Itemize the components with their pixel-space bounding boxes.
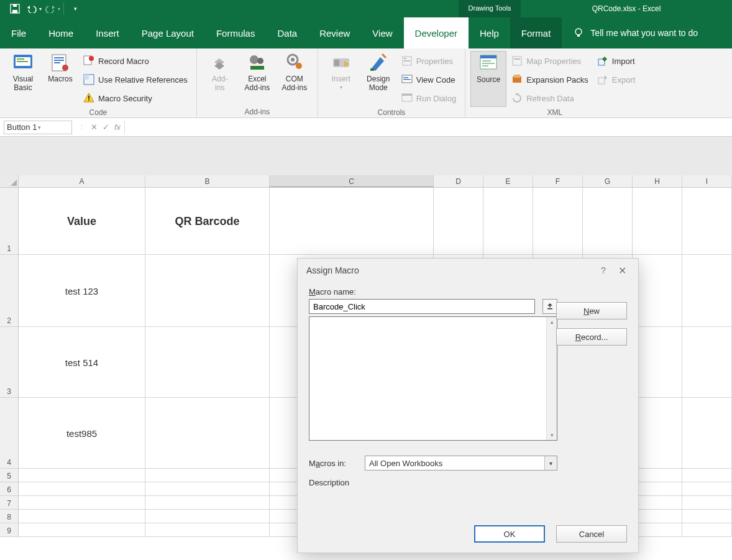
cell-B9[interactable] xyxy=(145,523,270,537)
collapse-dialog-icon[interactable] xyxy=(542,299,557,314)
tab-file[interactable]: File xyxy=(0,17,37,48)
cancel-edit-icon[interactable]: ✕ xyxy=(91,122,98,132)
macro-list[interactable]: ▴ ▾ xyxy=(309,316,557,441)
cell-H7[interactable] xyxy=(633,496,682,510)
tab-home[interactable]: Home xyxy=(37,17,85,48)
tab-format[interactable]: Format xyxy=(510,17,562,48)
column-header-H[interactable]: H xyxy=(633,175,682,187)
select-all-corner[interactable] xyxy=(0,175,19,187)
com-addins-button[interactable]: COM Add-ins xyxy=(277,51,313,106)
cell-A9[interactable] xyxy=(19,523,145,537)
confirm-edit-icon[interactable]: ✓ xyxy=(103,122,109,132)
row-header-1[interactable]: 1 xyxy=(0,188,18,255)
cell-I4[interactable] xyxy=(682,398,732,469)
run-dialog-button[interactable]: Run Dialog xyxy=(398,90,460,107)
expand-formula-bar-icon[interactable]: ⋮ xyxy=(76,123,87,131)
cell-H3[interactable] xyxy=(633,327,682,398)
cell-B4[interactable] xyxy=(145,398,270,469)
cell-H9[interactable] xyxy=(633,523,682,537)
ok-button[interactable]: OK xyxy=(474,525,545,543)
map-properties-button[interactable]: Map Properties xyxy=(508,52,592,70)
tab-data[interactable]: Data xyxy=(266,17,308,48)
name-box[interactable]: Button 1 ▾ xyxy=(4,121,72,134)
cell-D1[interactable] xyxy=(434,188,483,255)
properties-button[interactable]: Properties xyxy=(398,52,460,70)
excel-addins-button[interactable]: Excel Add-ins xyxy=(239,51,275,106)
dialog-titlebar[interactable]: Assign Macro ? ✕ xyxy=(298,259,638,282)
row-header-4[interactable]: 4 xyxy=(0,398,18,469)
tab-view[interactable]: View xyxy=(361,17,403,48)
row-header-3[interactable]: 3 xyxy=(0,327,18,398)
cell-B7[interactable] xyxy=(145,496,270,510)
insert-control-button[interactable]: Insert ▾ xyxy=(323,51,359,107)
cell-B8[interactable] xyxy=(145,510,270,523)
help-button[interactable]: ? xyxy=(595,265,612,275)
tab-review[interactable]: Review xyxy=(308,17,361,48)
record-macro-button[interactable]: Record Macro xyxy=(80,52,191,70)
cell-I9[interactable] xyxy=(682,523,732,537)
formula-input[interactable] xyxy=(124,121,728,134)
macros-in-select[interactable]: All Open Workbooks ▾ xyxy=(365,456,557,470)
undo-icon[interactable]: ▾ xyxy=(25,1,42,16)
new-macro-button[interactable]: New xyxy=(556,302,627,319)
expansion-packs-button[interactable]: Expansion Packs xyxy=(508,71,592,88)
cell-B2[interactable] xyxy=(145,255,270,327)
cell-B5[interactable] xyxy=(145,469,270,482)
scrollbar[interactable]: ▴ ▾ xyxy=(546,317,557,440)
cell-I1[interactable] xyxy=(682,188,732,255)
use-relative-references-button[interactable]: Use Relative References xyxy=(80,71,191,88)
addins-button[interactable]: Add- ins xyxy=(202,51,238,106)
cell-B1[interactable]: QR Barcode xyxy=(145,188,270,255)
cancel-button[interactable]: Cancel xyxy=(556,525,627,543)
fx-icon[interactable]: fx xyxy=(114,122,121,132)
tab-formulas[interactable]: Formulas xyxy=(205,17,267,48)
record-macro-button[interactable]: Record... xyxy=(556,328,627,346)
save-icon[interactable] xyxy=(6,1,24,16)
tell-me-search[interactable]: Tell me what you want to do xyxy=(562,17,709,48)
cell-G1[interactable] xyxy=(583,188,633,255)
cell-H5[interactable] xyxy=(633,469,682,482)
export-button[interactable]: Export xyxy=(593,71,639,88)
column-header-A[interactable]: A xyxy=(19,175,145,187)
cell-I5[interactable] xyxy=(682,469,732,482)
cell-H6[interactable] xyxy=(633,482,682,496)
tab-developer[interactable]: Developer xyxy=(404,17,469,48)
cell-A6[interactable] xyxy=(19,482,145,496)
redo-icon[interactable]: ▾ xyxy=(43,1,61,16)
row-header-5[interactable]: 5 xyxy=(0,469,18,482)
cell-I6[interactable] xyxy=(682,482,732,496)
row-header-7[interactable]: 7 xyxy=(0,496,18,510)
macro-security-button[interactable]: Macro Security xyxy=(80,90,191,107)
row-header-6[interactable]: 6 xyxy=(0,482,18,496)
column-header-E[interactable]: E xyxy=(483,175,533,187)
column-header-D[interactable]: D xyxy=(434,175,483,187)
macros-button[interactable]: Macros xyxy=(42,51,78,107)
cell-H2[interactable] xyxy=(633,255,682,327)
source-button[interactable]: Source xyxy=(470,51,506,107)
tab-page-layout[interactable]: Page Layout xyxy=(130,17,205,48)
cell-A7[interactable] xyxy=(19,496,145,510)
cell-I8[interactable] xyxy=(682,510,732,523)
chevron-down-icon[interactable]: ▾ xyxy=(38,124,69,131)
column-header-F[interactable]: F xyxy=(533,175,583,187)
design-mode-button[interactable]: Design Mode xyxy=(360,51,396,107)
row-header-8[interactable]: 8 xyxy=(0,510,18,523)
close-icon[interactable]: ✕ xyxy=(612,265,632,277)
row-header-2[interactable]: 2 xyxy=(0,255,18,327)
cell-A2[interactable]: test 123 xyxy=(19,255,145,327)
cell-B3[interactable] xyxy=(145,327,270,398)
macro-name-input[interactable] xyxy=(309,299,535,314)
cell-A1[interactable]: Value xyxy=(19,188,145,255)
cell-A5[interactable] xyxy=(19,469,145,482)
chevron-down-icon[interactable]: ▾ xyxy=(544,456,557,470)
cell-I2[interactable] xyxy=(682,255,732,327)
tab-help[interactable]: Help xyxy=(469,17,510,48)
view-code-button[interactable]: View Code xyxy=(398,71,460,88)
cell-C1[interactable] xyxy=(270,188,434,255)
cell-E1[interactable] xyxy=(483,188,533,255)
refresh-data-button[interactable]: Refresh Data xyxy=(508,90,592,107)
column-header-I[interactable]: I xyxy=(682,175,732,187)
cell-H8[interactable] xyxy=(633,510,682,523)
cell-I7[interactable] xyxy=(682,496,732,510)
import-button[interactable]: Import xyxy=(593,52,639,70)
